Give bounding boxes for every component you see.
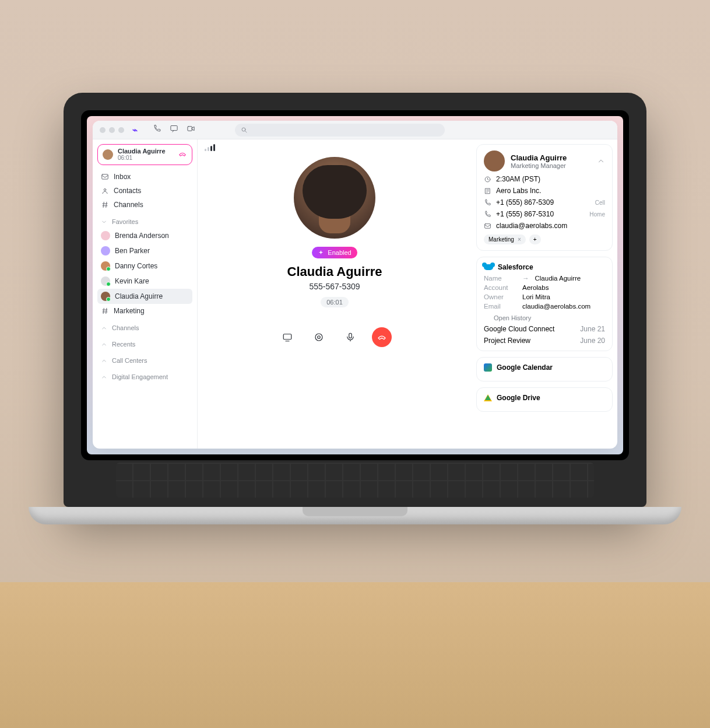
sidebar-favorite-item[interactable]: Brenda Anderson	[97, 228, 192, 243]
building-icon	[484, 187, 491, 195]
active-call-card[interactable]: Claudia Aguirre 06:01	[97, 144, 192, 165]
svg-rect-3	[102, 174, 108, 179]
sf-name[interactable]: Claudia Aguirre	[535, 275, 606, 282]
avatar	[101, 231, 110, 240]
svg-point-2	[242, 128, 245, 131]
app-logo-icon: ⌁	[132, 125, 138, 135]
chevron-down-icon	[484, 315, 490, 321]
caller-phone: 555-567-5309	[309, 282, 360, 291]
open-history-toggle[interactable]: Open History	[484, 314, 605, 321]
svg-rect-10	[486, 188, 490, 194]
sf-owner[interactable]: Lori Mitra	[522, 293, 605, 300]
hangup-icon[interactable]	[178, 149, 187, 160]
salesforce-icon	[484, 264, 493, 270]
sidebar-favorite-item[interactable]: Claudia Aguirre	[97, 289, 192, 304]
section-digital-engagement[interactable]: Digital Engagement	[97, 370, 192, 383]
profile-email[interactable]: claudia@aerolabs.com	[496, 222, 605, 230]
sidebar-channel-item[interactable]: Marketing	[97, 304, 192, 318]
history-item[interactable]: Google Cloud Connect June 21	[484, 325, 605, 333]
search-input[interactable]	[235, 124, 445, 136]
phone-icon	[484, 199, 491, 206]
caller-avatar	[294, 157, 375, 239]
section-channels[interactable]: Channels	[97, 321, 192, 334]
chevron-up-icon	[101, 374, 107, 380]
ai-enabled-pill[interactable]: Enabled	[312, 247, 357, 258]
section-favorites[interactable]: Favorites	[97, 215, 192, 228]
mute-button[interactable]	[340, 327, 360, 347]
chevron-up-icon[interactable]	[597, 394, 605, 402]
add-tag-button[interactable]: +	[529, 235, 541, 244]
profile-time: 2:30AM (PST)	[496, 175, 605, 183]
remove-tag-icon[interactable]: ×	[518, 236, 521, 243]
chevron-down-icon	[101, 219, 107, 225]
avatar	[101, 261, 110, 271]
app-window: ⌁	[93, 121, 617, 449]
profile-phone-home[interactable]: +1 (555) 867-5310	[496, 210, 585, 218]
avatar	[101, 246, 110, 256]
laptop-mockup: ⌁	[64, 93, 646, 524]
nav-inbox[interactable]: Inbox	[97, 170, 192, 184]
inbox-icon	[101, 173, 109, 181]
call-duration: 06:01	[321, 297, 349, 307]
details-panel: Claudia Aguirre Marketing Manager 2:30AM…	[472, 139, 617, 449]
nav-channels[interactable]: Channels	[97, 198, 192, 212]
avatar	[484, 150, 505, 172]
screenshare-button[interactable]	[277, 327, 297, 347]
chevron-down-icon[interactable]	[597, 263, 605, 271]
sf-email[interactable]: claudia@aerolabs.com	[522, 303, 605, 310]
chat-icon[interactable]	[170, 124, 178, 135]
video-icon[interactable]	[187, 124, 195, 135]
sidebar-favorite-item[interactable]: Kevin Kare	[97, 274, 192, 289]
call-panel: Enabled Claudia Aguirre 555-567-5309 06:…	[198, 139, 472, 449]
svg-point-7	[318, 336, 321, 339]
svg-rect-8	[349, 333, 352, 338]
profile-phone-cell[interactable]: +1 (555) 867-5309	[496, 198, 591, 206]
record-button[interactable]	[309, 327, 329, 347]
clock-icon	[484, 176, 491, 183]
sparkle-icon	[318, 250, 324, 256]
profile-name: Claudia Aguirre	[511, 153, 591, 162]
phone-icon	[484, 211, 491, 218]
svg-point-6	[315, 334, 322, 341]
section-call-centers[interactable]: Call Centers	[97, 354, 192, 367]
active-call-name: Claudia Aguirre	[118, 148, 173, 155]
avatar	[103, 149, 113, 160]
chevron-up-icon	[101, 325, 107, 331]
window-controls[interactable]	[100, 127, 124, 133]
end-call-button[interactable]	[372, 327, 392, 347]
svg-rect-5	[283, 334, 291, 340]
signal-icon	[205, 144, 215, 151]
google-drive-card[interactable]: Google Drive	[476, 387, 613, 412]
salesforce-card: Salesforce Name→Claudia Aguirre AccountA…	[476, 257, 613, 351]
call-controls	[277, 327, 392, 347]
google-calendar-card[interactable]: Google Calendar	[476, 357, 613, 382]
sf-account[interactable]: Aerolabs	[522, 284, 605, 291]
svg-rect-11	[485, 223, 491, 228]
active-call-duration: 06:01	[118, 155, 173, 162]
phone-icon[interactable]	[153, 124, 161, 135]
sidebar-favorite-item[interactable]: Danny Cortes	[97, 258, 192, 274]
profile-card: Claudia Aguirre Marketing Manager 2:30AM…	[476, 144, 613, 251]
chevron-up-icon[interactable]	[597, 157, 605, 165]
profile-role: Marketing Manager	[511, 162, 591, 169]
profile-company: Aero Labs Inc.	[496, 187, 605, 195]
sidebar-favorite-item[interactable]: Ben Parker	[97, 243, 192, 258]
chevron-up-icon[interactable]	[597, 363, 605, 372]
svg-rect-1	[188, 127, 192, 131]
avatar	[101, 276, 110, 286]
titlebar: ⌁	[93, 121, 617, 139]
avatar	[101, 292, 110, 301]
history-item[interactable]: Project Review June 20	[484, 337, 605, 345]
section-recents[interactable]: Recents	[97, 338, 192, 351]
chevron-up-icon	[101, 341, 107, 348]
hash-icon	[101, 201, 109, 209]
nav-contacts[interactable]: Contacts	[97, 184, 192, 198]
sidebar: Claudia Aguirre 06:01 Inbox	[93, 139, 198, 449]
contacts-icon	[101, 187, 109, 195]
search-icon	[241, 127, 248, 134]
svg-point-4	[104, 189, 106, 191]
chevron-up-icon	[101, 358, 107, 364]
google-drive-icon	[484, 394, 492, 401]
svg-rect-0	[171, 126, 177, 131]
tag-chip[interactable]: Marketing×	[484, 235, 526, 244]
